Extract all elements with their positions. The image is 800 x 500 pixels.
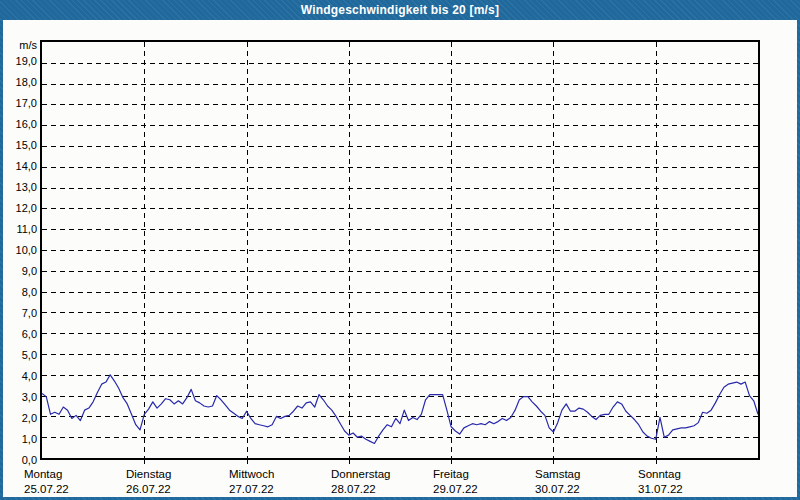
day-label: Donnerstag28.07.22 [331, 467, 390, 496]
y-tick-label: 13,0 [5, 180, 37, 194]
wind-speed-line [42, 375, 758, 444]
day-name: Samstag [535, 467, 580, 481]
y-tick-label: 11,0 [5, 222, 37, 236]
day-name: Mittwoch [229, 467, 274, 481]
y-tick-label: 16,0 [5, 117, 37, 131]
window: Windgeschwindigkeit bis 20 [m/s] m/s 0,0… [0, 0, 800, 500]
day-date: 26.07.22 [126, 482, 171, 496]
day-date: 27.07.22 [229, 482, 274, 496]
day-date: 31.07.22 [638, 482, 683, 496]
x-axis-tick [247, 460, 248, 464]
day-name: Sonntag [638, 467, 683, 481]
window-title: Windgeschwindigkeit bis 20 [m/s] [301, 3, 499, 17]
day-name: Donnerstag [331, 467, 390, 481]
day-date: 28.07.22 [331, 482, 390, 496]
content-area: m/s 0,01,02,03,04,05,06,07,08,09,010,011… [3, 20, 797, 497]
y-tick-label: 6,0 [5, 327, 37, 341]
y-tick-label: 7,0 [5, 306, 37, 320]
y-tick-label: 17,0 [5, 96, 37, 110]
y-tick-label: 18,0 [5, 75, 37, 89]
y-tick-label: 14,0 [5, 159, 37, 173]
day-label: Samstag30.07.22 [535, 467, 580, 496]
day-name: Montag [24, 467, 69, 481]
x-axis-tick [451, 460, 452, 464]
y-tick-label: 9,0 [5, 264, 37, 278]
y-tick-label: 10,0 [5, 243, 37, 257]
x-axis-tick [144, 460, 145, 464]
y-tick-label: 5,0 [5, 348, 37, 362]
day-date: 29.07.22 [433, 482, 478, 496]
y-tick-label: 12,0 [5, 201, 37, 215]
day-label: Freitag29.07.22 [433, 467, 478, 496]
y-tick-label: 2,0 [5, 411, 37, 425]
day-date: 25.07.22 [24, 482, 69, 496]
y-tick-label: 15,0 [5, 138, 37, 152]
y-tick-label: 3,0 [5, 390, 37, 404]
wind-speed-chart [42, 42, 758, 458]
day-label: Sonntag31.07.22 [638, 467, 683, 496]
title-bar[interactable]: Windgeschwindigkeit bis 20 [m/s] [0, 0, 800, 20]
day-date: 30.07.22 [535, 482, 580, 496]
day-label: Mittwoch27.07.22 [229, 467, 274, 496]
day-label: Montag25.07.22 [24, 467, 69, 496]
x-axis-tick [553, 460, 554, 464]
x-axis-tick [349, 460, 350, 464]
y-tick-label: 1,0 [5, 432, 37, 446]
day-name: Dienstag [126, 467, 171, 481]
y-tick-label: 0,0 [5, 453, 37, 467]
day-name: Freitag [433, 467, 478, 481]
day-label: Dienstag26.07.22 [126, 467, 171, 496]
y-tick-label: 4,0 [5, 369, 37, 383]
y-tick-label: 19,0 [5, 54, 37, 68]
plot-area [40, 40, 760, 460]
x-axis-tick [656, 460, 657, 464]
y-tick-label: 8,0 [5, 285, 37, 299]
y-axis-unit-label: m/s [5, 38, 37, 52]
